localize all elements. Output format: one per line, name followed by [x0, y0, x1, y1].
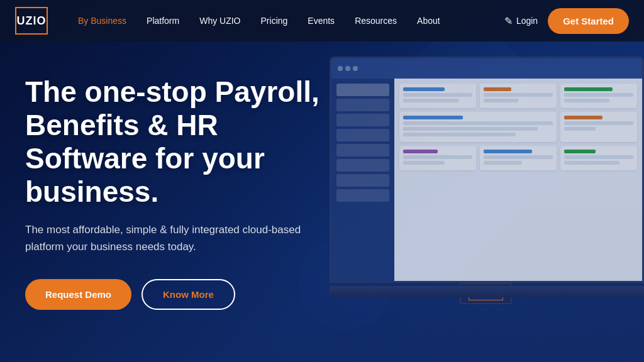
know-more-button[interactable]: Know More: [142, 279, 235, 310]
logo[interactable]: UZIO: [15, 7, 48, 35]
nav-item-resources[interactable]: Resources: [345, 0, 407, 41]
hero-section: UZIO The one-stop Payroll, Benefits & HR…: [0, 0, 644, 362]
hero-buttons: Request Demo Know More: [25, 279, 390, 310]
nav-item-by-business[interactable]: By Business: [68, 0, 136, 41]
user-icon: ✎: [504, 15, 513, 27]
nav-links: By Business Platform Why UZIO Pricing Ev…: [68, 0, 504, 41]
nav-item-pricing[interactable]: Pricing: [251, 0, 298, 41]
hero-subtitle: The most affordable, simple & fully inte…: [25, 221, 340, 255]
nav-item-events[interactable]: Events: [297, 0, 345, 41]
request-demo-button[interactable]: Request Demo: [25, 279, 131, 310]
nav-item-platform[interactable]: Platform: [136, 0, 189, 41]
nav-item-about[interactable]: About: [407, 0, 450, 41]
hero-content: The one-stop Payroll, Benefits & HR Soft…: [25, 75, 390, 310]
hero-title: The one-stop Payroll, Benefits & HR Soft…: [25, 75, 390, 209]
logo-text: UZIO: [17, 14, 47, 28]
login-button[interactable]: ✎ Login: [504, 15, 538, 27]
navbar: UZIO By Business Platform Why UZIO Prici…: [0, 0, 644, 41]
login-label: Login: [516, 16, 538, 26]
nav-item-why-uzio[interactable]: Why UZIO: [189, 0, 250, 41]
nav-right: ✎ Login Get Started: [504, 8, 629, 34]
get-started-button[interactable]: Get Started: [548, 8, 629, 34]
